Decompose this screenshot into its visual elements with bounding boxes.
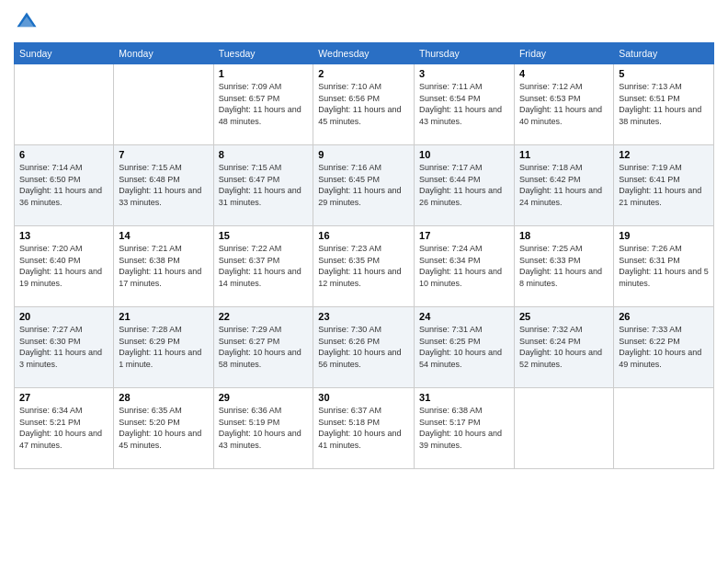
cell-date: 24: [419, 311, 509, 322]
calendar-cell: [514, 388, 613, 469]
cell-date: 19: [619, 230, 709, 241]
calendar-table: SundayMondayTuesdayWednesdayThursdayFrid…: [14, 42, 714, 469]
cell-info: Sunrise: 7:09 AM Sunset: 6:57 PM Dayligh…: [219, 81, 309, 127]
calendar-cell: 13Sunrise: 7:20 AM Sunset: 6:40 PM Dayli…: [15, 226, 114, 307]
cell-date: 22: [219, 311, 309, 322]
cell-date: 27: [19, 392, 108, 403]
calendar-cell: 6Sunrise: 7:14 AM Sunset: 6:50 PM Daylig…: [15, 145, 114, 226]
cell-date: 4: [519, 68, 609, 79]
cell-date: 3: [419, 68, 509, 79]
cell-info: Sunrise: 7:21 AM Sunset: 6:38 PM Dayligh…: [119, 243, 208, 289]
page: SundayMondayTuesdayWednesdayThursdayFrid…: [0, 0, 728, 563]
cell-date: 12: [619, 149, 709, 160]
calendar-cell: 3Sunrise: 7:11 AM Sunset: 6:54 PM Daylig…: [415, 64, 515, 145]
cell-date: 21: [119, 311, 208, 322]
cell-info: Sunrise: 7:27 AM Sunset: 6:30 PM Dayligh…: [19, 324, 108, 370]
cell-date: 2: [318, 68, 409, 79]
calendar-cell: 11Sunrise: 7:18 AM Sunset: 6:42 PM Dayli…: [514, 145, 613, 226]
calendar-cell: 17Sunrise: 7:24 AM Sunset: 6:34 PM Dayli…: [415, 226, 515, 307]
calendar-cell: 30Sunrise: 6:37 AM Sunset: 5:18 PM Dayli…: [313, 388, 415, 469]
calendar-cell: 22Sunrise: 7:29 AM Sunset: 6:27 PM Dayli…: [213, 307, 313, 388]
calendar-cell: 31Sunrise: 6:38 AM Sunset: 5:17 PM Dayli…: [415, 388, 515, 469]
cell-info: Sunrise: 7:29 AM Sunset: 6:27 PM Dayligh…: [219, 324, 309, 370]
weekday-header-wednesday: Wednesday: [313, 43, 415, 64]
cell-info: Sunrise: 7:26 AM Sunset: 6:31 PM Dayligh…: [619, 243, 709, 289]
cell-date: 25: [519, 311, 609, 322]
cell-date: 23: [318, 311, 409, 322]
cell-date: 10: [419, 149, 509, 160]
cell-info: Sunrise: 7:25 AM Sunset: 6:33 PM Dayligh…: [519, 243, 609, 289]
cell-info: Sunrise: 7:24 AM Sunset: 6:34 PM Dayligh…: [419, 243, 509, 289]
cell-info: Sunrise: 6:38 AM Sunset: 5:17 PM Dayligh…: [419, 405, 509, 451]
week-row-1: 1Sunrise: 7:09 AM Sunset: 6:57 PM Daylig…: [15, 64, 714, 145]
cell-date: 16: [318, 230, 409, 241]
calendar-cell: 9Sunrise: 7:16 AM Sunset: 6:45 PM Daylig…: [313, 145, 415, 226]
cell-date: 13: [19, 230, 108, 241]
calendar-cell: 21Sunrise: 7:28 AM Sunset: 6:29 PM Dayli…: [114, 307, 213, 388]
cell-date: 9: [318, 149, 409, 160]
weekday-header-thursday: Thursday: [415, 43, 515, 64]
calendar-cell: 14Sunrise: 7:21 AM Sunset: 6:38 PM Dayli…: [114, 226, 213, 307]
cell-info: Sunrise: 7:23 AM Sunset: 6:35 PM Dayligh…: [318, 243, 409, 289]
week-row-2: 6Sunrise: 7:14 AM Sunset: 6:50 PM Daylig…: [15, 145, 714, 226]
cell-date: 1: [219, 68, 309, 79]
calendar-cell: 27Sunrise: 6:34 AM Sunset: 5:21 PM Dayli…: [15, 388, 114, 469]
cell-info: Sunrise: 7:11 AM Sunset: 6:54 PM Dayligh…: [419, 81, 509, 127]
cell-info: Sunrise: 7:15 AM Sunset: 6:48 PM Dayligh…: [119, 162, 208, 208]
calendar-cell: 28Sunrise: 6:35 AM Sunset: 5:20 PM Dayli…: [114, 388, 213, 469]
cell-date: 7: [119, 149, 208, 160]
calendar-cell: 2Sunrise: 7:10 AM Sunset: 6:56 PM Daylig…: [313, 64, 415, 145]
cell-info: Sunrise: 7:22 AM Sunset: 6:37 PM Dayligh…: [219, 243, 309, 289]
cell-info: Sunrise: 7:16 AM Sunset: 6:45 PM Dayligh…: [318, 162, 409, 208]
calendar-cell: 5Sunrise: 7:13 AM Sunset: 6:51 PM Daylig…: [614, 64, 714, 145]
weekday-header-sunday: Sunday: [15, 43, 114, 64]
weekday-header-tuesday: Tuesday: [213, 43, 313, 64]
cell-date: 14: [119, 230, 208, 241]
cell-date: 28: [119, 392, 208, 403]
week-row-4: 20Sunrise: 7:27 AM Sunset: 6:30 PM Dayli…: [15, 307, 714, 388]
cell-info: Sunrise: 7:17 AM Sunset: 6:44 PM Dayligh…: [419, 162, 509, 208]
cell-date: 17: [419, 230, 509, 241]
cell-info: Sunrise: 7:18 AM Sunset: 6:42 PM Dayligh…: [519, 162, 609, 208]
calendar-cell: 4Sunrise: 7:12 AM Sunset: 6:53 PM Daylig…: [514, 64, 613, 145]
week-row-3: 13Sunrise: 7:20 AM Sunset: 6:40 PM Dayli…: [15, 226, 714, 307]
calendar-cell: [15, 64, 114, 145]
cell-date: 11: [519, 149, 609, 160]
cell-info: Sunrise: 7:31 AM Sunset: 6:25 PM Dayligh…: [419, 324, 509, 370]
calendar-cell: 8Sunrise: 7:15 AM Sunset: 6:47 PM Daylig…: [213, 145, 313, 226]
cell-date: 5: [619, 68, 709, 79]
cell-date: 18: [519, 230, 609, 241]
calendar-cell: 19Sunrise: 7:26 AM Sunset: 6:31 PM Dayli…: [614, 226, 714, 307]
calendar-cell: 7Sunrise: 7:15 AM Sunset: 6:48 PM Daylig…: [114, 145, 213, 226]
cell-date: 31: [419, 392, 509, 403]
cell-info: Sunrise: 7:10 AM Sunset: 6:56 PM Dayligh…: [318, 81, 409, 127]
cell-date: 26: [619, 311, 709, 322]
cell-info: Sunrise: 7:19 AM Sunset: 6:41 PM Dayligh…: [619, 162, 709, 208]
calendar-cell: 29Sunrise: 6:36 AM Sunset: 5:19 PM Dayli…: [213, 388, 313, 469]
cell-info: Sunrise: 7:32 AM Sunset: 6:24 PM Dayligh…: [519, 324, 609, 370]
cell-info: Sunrise: 7:15 AM Sunset: 6:47 PM Dayligh…: [219, 162, 309, 208]
calendar-cell: 18Sunrise: 7:25 AM Sunset: 6:33 PM Dayli…: [514, 226, 613, 307]
cell-info: Sunrise: 7:33 AM Sunset: 6:22 PM Dayligh…: [619, 324, 709, 370]
calendar-cell: [614, 388, 714, 469]
cell-info: Sunrise: 6:37 AM Sunset: 5:18 PM Dayligh…: [318, 405, 409, 451]
calendar-cell: 12Sunrise: 7:19 AM Sunset: 6:41 PM Dayli…: [614, 145, 714, 226]
weekday-header-monday: Monday: [114, 43, 213, 64]
header: [14, 9, 714, 35]
calendar-cell: 10Sunrise: 7:17 AM Sunset: 6:44 PM Dayli…: [415, 145, 515, 226]
calendar-cell: 20Sunrise: 7:27 AM Sunset: 6:30 PM Dayli…: [15, 307, 114, 388]
calendar-cell: [114, 64, 213, 145]
cell-info: Sunrise: 7:20 AM Sunset: 6:40 PM Dayligh…: [19, 243, 108, 289]
cell-info: Sunrise: 7:13 AM Sunset: 6:51 PM Dayligh…: [619, 81, 709, 127]
calendar-cell: 15Sunrise: 7:22 AM Sunset: 6:37 PM Dayli…: [213, 226, 313, 307]
weekday-header-friday: Friday: [514, 43, 613, 64]
cell-date: 8: [219, 149, 309, 160]
calendar-cell: 24Sunrise: 7:31 AM Sunset: 6:25 PM Dayli…: [415, 307, 515, 388]
cell-info: Sunrise: 7:12 AM Sunset: 6:53 PM Dayligh…: [519, 81, 609, 127]
calendar-cell: 23Sunrise: 7:30 AM Sunset: 6:26 PM Dayli…: [313, 307, 415, 388]
cell-date: 29: [219, 392, 309, 403]
weekday-header-saturday: Saturday: [614, 43, 714, 64]
calendar-cell: 25Sunrise: 7:32 AM Sunset: 6:24 PM Dayli…: [514, 307, 613, 388]
cell-date: 30: [318, 392, 409, 403]
cell-info: Sunrise: 6:34 AM Sunset: 5:21 PM Dayligh…: [19, 405, 108, 451]
